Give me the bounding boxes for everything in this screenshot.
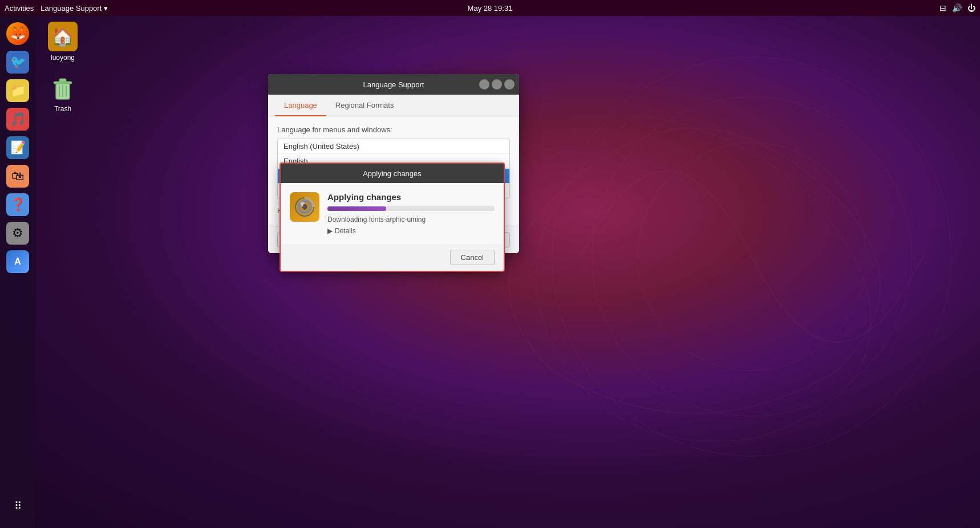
- dock-item-files[interactable]: 📁: [5, 78, 31, 104]
- dock-item-rhythmbox[interactable]: 🎵: [5, 106, 31, 132]
- luoyong-icon: 🏠: [48, 22, 78, 51]
- dialog-text-section: Applying changes Downloading fonts-arphi…: [327, 192, 495, 235]
- details-arrow-icon: ▶: [327, 227, 333, 235]
- topbar-right: ⊟ 🔊 ⏻: [939, 3, 975, 13]
- window-close-button[interactable]: ✕: [504, 79, 515, 90]
- desktop-icons: 🏠 luoyong Trash: [40, 22, 86, 113]
- topbar-left: Activities Language Support ▾: [5, 4, 108, 13]
- dock-item-libreoffice[interactable]: 📝: [5, 135, 31, 161]
- svg-rect-5: [59, 79, 66, 82]
- topbar: Activities Language Support ▾ May 28 19:…: [0, 0, 980, 16]
- dock: 🦊 🐦 📁 🎵 📝 🛍 ❓ ⚙ A ⠿: [0, 16, 35, 528]
- progress-bar-container: [327, 206, 495, 211]
- dialog-body: Applying changes Downloading fonts-arphi…: [281, 183, 504, 244]
- thunderbird-icon: 🐦: [6, 51, 29, 74]
- lang-list-label: Language for menus and windows:: [277, 125, 510, 134]
- window-maximize-button[interactable]: □: [492, 79, 502, 90]
- dialog-content-row: Applying changes Downloading fonts-arphi…: [290, 192, 495, 235]
- desktop-decoration: [467, 29, 980, 485]
- settings-icon: ⚙: [6, 222, 29, 245]
- desktop-icon-trash[interactable]: Trash: [40, 73, 86, 113]
- dialog-footer: Cancel: [281, 244, 504, 271]
- activities-button[interactable]: Activities: [5, 4, 34, 13]
- power-icon[interactable]: ⏻: [967, 3, 975, 13]
- svg-point-13: [301, 208, 303, 210]
- datetime-label: May 28 19:31: [468, 4, 513, 13]
- applying-changes-dialog: Applying changes Applying changes: [280, 163, 505, 272]
- dialog-heading: Applying changes: [327, 192, 495, 202]
- svg-point-12: [307, 204, 309, 206]
- app-menu-label: Language Support: [41, 4, 102, 13]
- window-tabs: Language Regional Formats: [268, 95, 519, 116]
- progress-bar-fill: [327, 206, 386, 211]
- topbar-center: May 28 19:31: [468, 4, 513, 13]
- window-titlebar: Language Support – □ ✕: [268, 74, 519, 95]
- dialog-titlebar: Applying changes: [281, 164, 504, 183]
- window-minimize-button[interactable]: –: [479, 79, 489, 90]
- network-icon[interactable]: ⊟: [939, 3, 946, 13]
- details-label: Details: [335, 227, 356, 235]
- details-toggle[interactable]: ▶ Details: [327, 227, 495, 235]
- desktop-icon-luoyong[interactable]: 🏠 luoyong: [40, 22, 86, 62]
- firefox-icon: 🦊: [6, 22, 29, 45]
- app-menu-arrow-icon: ▾: [104, 4, 108, 13]
- apps-grid-icon: ⠿: [6, 494, 29, 517]
- tab-language[interactable]: Language: [275, 95, 326, 116]
- cancel-button[interactable]: Cancel: [450, 250, 495, 265]
- dock-item-firefox[interactable]: 🦊: [5, 21, 31, 47]
- dock-item-thunderbird[interactable]: 🐦: [5, 49, 31, 75]
- files-icon: 📁: [6, 79, 29, 102]
- dialog-title: Applying changes: [363, 169, 422, 178]
- dock-item-appstore[interactable]: 🛍: [5, 163, 31, 189]
- window-controls: – □ ✕: [479, 79, 515, 90]
- dock-item-apps-grid[interactable]: ⠿: [5, 493, 31, 519]
- lang-item-0[interactable]: English (United States): [278, 139, 509, 154]
- window-title: Language Support: [363, 80, 424, 89]
- dock-item-settings[interactable]: ⚙: [5, 220, 31, 246]
- language-icon: A: [6, 250, 29, 273]
- rhythmbox-icon: 🎵: [6, 108, 29, 131]
- volume-icon[interactable]: 🔊: [952, 3, 962, 13]
- status-text: Downloading fonts-arphic-uming: [327, 216, 495, 224]
- dock-item-help[interactable]: ❓: [5, 192, 31, 218]
- libreoffice-icon: 📝: [6, 136, 29, 159]
- trash-icon: [48, 73, 78, 103]
- dock-item-language[interactable]: A: [5, 249, 31, 275]
- trash-label: Trash: [54, 105, 71, 113]
- applying-icon: [290, 192, 319, 222]
- app-menu[interactable]: Language Support ▾: [41, 4, 108, 13]
- tab-regional[interactable]: Regional Formats: [326, 95, 403, 116]
- help-icon: ❓: [6, 193, 29, 216]
- luoyong-label: luoyong: [51, 54, 75, 62]
- appstore-icon: 🛍: [6, 165, 29, 188]
